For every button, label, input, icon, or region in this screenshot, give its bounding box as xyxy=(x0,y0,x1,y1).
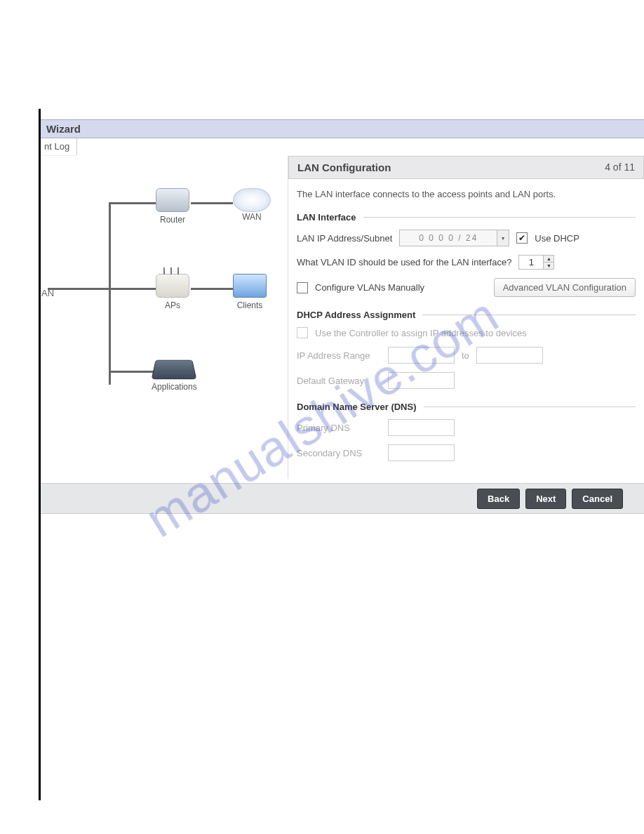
lan-ip-input[interactable]: 0 0 0 0 / 24 xyxy=(399,230,497,246)
app-node: Applications xyxy=(152,358,197,392)
diagram-bus xyxy=(109,202,111,385)
panel-step: 4 of 11 xyxy=(605,161,635,173)
ip-range-to: to xyxy=(462,350,469,361)
secondary-dns-input[interactable] xyxy=(388,444,455,461)
use-dhcp-checkbox[interactable]: ✔ xyxy=(516,232,528,244)
wan-node: WAN xyxy=(233,188,271,222)
configure-vlans-label: Configure VLANs Manually xyxy=(315,282,424,293)
cancel-button[interactable]: Cancel xyxy=(572,489,623,509)
wan-label: WAN xyxy=(233,212,271,222)
use-dhcp-label: Use DHCP xyxy=(535,233,579,244)
client-label: Clients xyxy=(233,300,267,310)
ap-icon xyxy=(156,274,189,298)
section-divider xyxy=(422,315,636,315)
secondary-dns-label: Secondary DNS xyxy=(297,448,381,458)
section-dns: Domain Name Server (DNS) xyxy=(297,402,417,412)
server-icon xyxy=(152,360,197,379)
app-label: Applications xyxy=(152,382,197,392)
primary-dns-input[interactable] xyxy=(388,419,455,436)
diagram-lan-branch xyxy=(48,288,111,290)
router-node: Router xyxy=(156,188,189,225)
vlan-spin-up[interactable]: ▲ xyxy=(544,256,554,263)
vlan-question: What VLAN ID should be used for the LAN … xyxy=(297,257,511,267)
ap-label: APs xyxy=(156,300,189,310)
vlan-spin-down[interactable]: ▼ xyxy=(544,263,554,269)
use-controller-checkbox[interactable] xyxy=(297,327,308,338)
laptop-icon xyxy=(233,274,267,298)
configure-vlans-checkbox[interactable] xyxy=(297,282,308,293)
lan-ip-label: LAN IP Address/Subnet xyxy=(297,233,392,244)
advanced-vlan-button[interactable]: Advanced VLAN Configuration xyxy=(494,278,636,297)
router-icon xyxy=(156,188,189,212)
use-controller-label: Use the Controller to assign IP addresse… xyxy=(315,328,527,338)
panel-intro: The LAN interface connects to the access… xyxy=(297,189,636,199)
primary-dns-label: Primary DNS xyxy=(297,423,381,433)
diagram-wan-branch xyxy=(191,202,233,204)
section-lan-interface: LAN Interface xyxy=(297,212,356,223)
panel-title: LAN Configuration xyxy=(297,161,391,173)
router-label: Router xyxy=(156,215,189,225)
section-dhcp: DHCP Address Assignment xyxy=(297,310,415,320)
section-divider xyxy=(424,406,636,407)
diagram-ap-branch xyxy=(109,288,159,290)
vlan-id-input[interactable]: 1 xyxy=(518,255,544,270)
next-button[interactable]: Next xyxy=(525,489,566,509)
topology-panel: AN Router WAN xyxy=(39,156,288,479)
cloud-icon xyxy=(233,188,271,212)
panel-header: LAN Configuration 4 of 11 xyxy=(288,156,644,179)
subnet-dropdown[interactable]: ▾ xyxy=(497,230,509,246)
wizard-title-bar: Wizard xyxy=(39,119,644,138)
ip-range-label: IP Address Range xyxy=(297,350,381,361)
tab-log[interactable]: nt Log xyxy=(39,138,77,156)
wizard-footer: Back Next Cancel xyxy=(39,483,644,514)
diagram-client-branch xyxy=(191,288,233,290)
ip-range-end-input[interactable] xyxy=(476,347,543,364)
ip-range-start-input[interactable] xyxy=(388,347,455,364)
gateway-label: Default Gateway xyxy=(297,376,381,386)
client-node: Clients xyxy=(233,274,267,310)
back-button[interactable]: Back xyxy=(477,489,520,509)
section-divider xyxy=(363,217,636,218)
ap-node: APs xyxy=(156,274,189,310)
gateway-input[interactable] xyxy=(388,372,455,389)
config-panel: LAN Configuration 4 of 11 The LAN interf… xyxy=(288,156,644,479)
diagram-router-branch xyxy=(109,202,159,204)
wizard-title: Wizard xyxy=(46,123,81,135)
